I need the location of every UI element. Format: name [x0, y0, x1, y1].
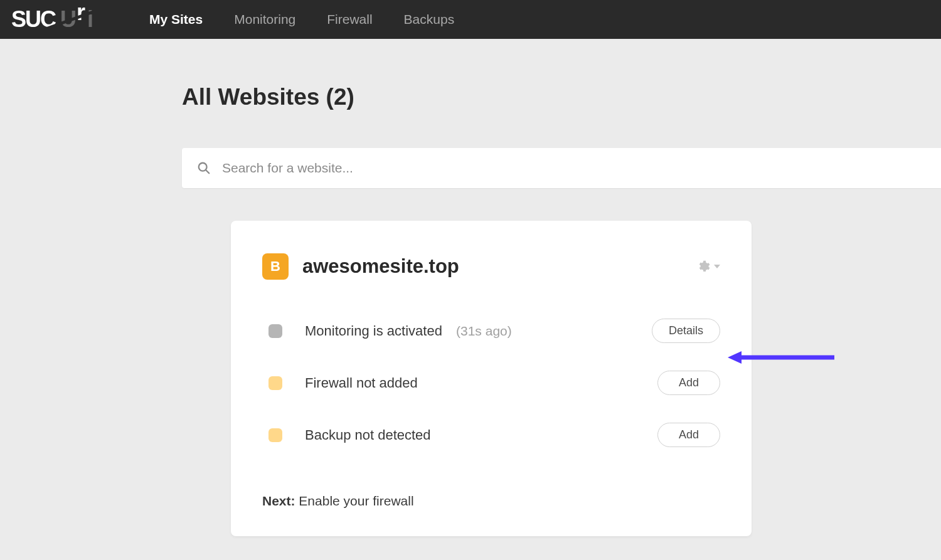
status-text: Backup not detected [305, 427, 657, 443]
nav-item-firewall[interactable]: Firewall [327, 12, 372, 27]
nav-item-backups[interactable]: Backups [404, 12, 455, 27]
site-card: B awesomesite.top Monitoring is activate… [231, 221, 752, 536]
status-row-backup: Backup not detected Add [262, 414, 720, 456]
status-indicator [268, 428, 282, 442]
settings-dropdown[interactable] [696, 260, 720, 273]
card-header: B awesomesite.top [262, 253, 720, 280]
site-name[interactable]: awesomesite.top [302, 255, 459, 278]
status-text: Firewall not added [305, 375, 657, 391]
details-button[interactable]: Details [652, 319, 720, 343]
status-timestamp: (31s ago) [456, 324, 512, 338]
logo-icon: SUC U r i [11, 7, 112, 32]
next-label: Next: [262, 494, 295, 508]
add-backup-button[interactable]: Add [657, 423, 720, 447]
sucuri-logo[interactable]: SUC U r i [11, 7, 112, 32]
next-text: Enable your firewall [299, 494, 413, 508]
site-badge: B [262, 253, 289, 280]
nav-item-my-sites[interactable]: My Sites [149, 12, 203, 27]
search-input[interactable] [222, 161, 941, 176]
search-icon [197, 161, 211, 175]
search-bar[interactable] [182, 148, 941, 188]
status-row-monitoring: Monitoring is activated (31s ago) Detail… [262, 310, 720, 352]
status-indicator [268, 376, 282, 390]
next-step: Next: Enable your firewall [262, 494, 720, 509]
add-firewall-button[interactable]: Add [657, 371, 720, 395]
page-content: All Websites (2) B awesomesite.top Monit… [0, 84, 941, 536]
page-title: All Websites (2) [182, 84, 941, 110]
status-row-firewall: Firewall not added Add [262, 362, 720, 404]
chevron-down-icon [714, 263, 720, 270]
status-text: Monitoring is activated (31s ago) [305, 323, 652, 339]
gear-icon [696, 260, 710, 273]
status-indicator [268, 324, 282, 338]
nav-items: My Sites Monitoring Firewall Backups [149, 12, 454, 27]
svg-line-6 [206, 170, 209, 173]
svg-text:i: i [87, 7, 92, 32]
nav-item-monitoring[interactable]: Monitoring [234, 12, 295, 27]
top-navigation: SUC U r i My Sites Monitoring Firewall B… [0, 0, 941, 39]
